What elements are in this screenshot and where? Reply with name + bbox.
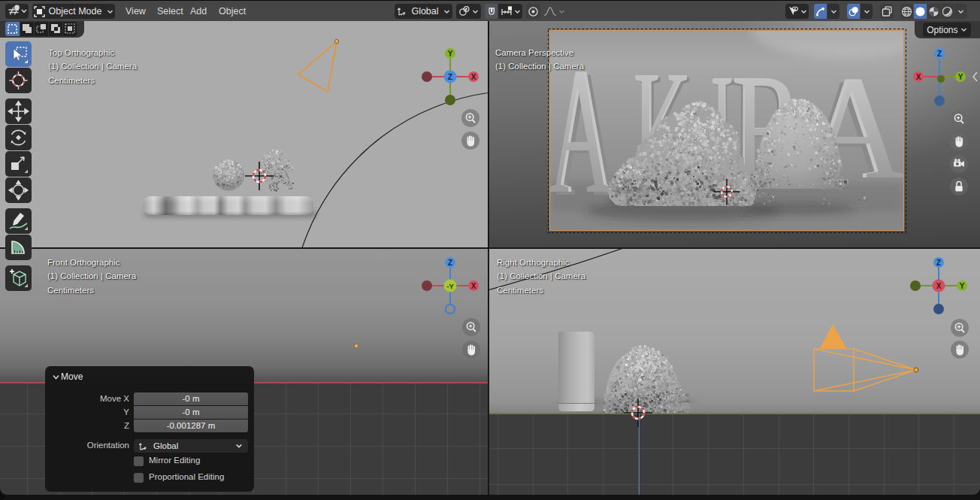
- svg-text:Y: Y: [960, 282, 965, 290]
- svg-text:X: X: [916, 73, 921, 81]
- svg-text:Y: Y: [448, 50, 453, 58]
- svg-text:-Y: -Y: [446, 282, 454, 290]
- svg-text:X: X: [471, 282, 476, 290]
- svg-text:Z: Z: [448, 72, 453, 81]
- svg-text:X: X: [936, 282, 942, 290]
- svg-text:Z: Z: [936, 259, 941, 267]
- svg-text:Z: Z: [448, 259, 452, 267]
- svg-text:Z: Z: [937, 50, 942, 58]
- svg-text:X: X: [471, 73, 476, 81]
- svg-text:Y: Y: [958, 73, 963, 81]
